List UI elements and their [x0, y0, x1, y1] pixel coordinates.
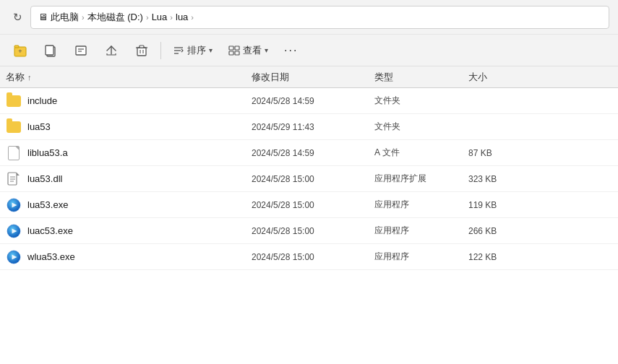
table-row[interactable]: luac53.exe 2024/5/28 15:00 应用程序 266 KB [0, 218, 618, 244]
rename-button[interactable] [66, 37, 95, 64]
file-size-cell: 87 KB [468, 148, 541, 158]
svg-rect-17 [229, 46, 233, 50]
svg-rect-20 [235, 51, 239, 55]
file-date-cell: 2024/5/28 15:00 [252, 226, 374, 236]
pc-icon: 🖥 [38, 12, 48, 22]
sort-label: 排序 [187, 44, 206, 57]
file-icon-wrapper [6, 223, 22, 239]
view-label: 查看 [243, 44, 262, 57]
refresh-icon[interactable]: ↻ [9, 9, 26, 26]
dll-icon [7, 172, 20, 186]
sort-arrow-icon: ↑ [27, 73, 32, 82]
title-bar: ↻ 🖥 此电脑 › 本地磁盘 (D:) › Lua › lua › [0, 0, 618, 35]
file-type-cell: 文件夹 [374, 95, 468, 107]
file-name-label: luac53.exe [27, 225, 73, 236]
toolbar: + [0, 35, 618, 66]
file-name-label: wlua53.exe [27, 251, 75, 262]
file-date-cell: 2024/5/28 15:00 [252, 200, 374, 210]
file-name-label: lua53 [27, 121, 51, 132]
svg-rect-19 [229, 51, 233, 55]
file-icon-wrapper [6, 119, 22, 135]
file-icon-wrapper [6, 93, 22, 109]
file-date-cell: 2024/5/28 15:00 [252, 252, 374, 262]
file-type-cell: 应用程序 [374, 199, 468, 211]
toolbar-separator-1 [160, 42, 161, 59]
column-name-header[interactable]: 名称 ↑ [6, 71, 252, 84]
view-chevron: ▾ [265, 46, 268, 54]
breadcrumb-lua2[interactable]: lua [176, 12, 188, 22]
file-name-cell: liblua53.a [6, 145, 252, 161]
table-row[interactable]: lua53 2024/5/29 11:43 文件夹 [0, 114, 618, 140]
column-date-label: 修改日期 [252, 72, 289, 82]
file-type-cell: 应用程序 [374, 251, 468, 263]
table-row[interactable]: include 2024/5/28 14:59 文件夹 [0, 88, 618, 114]
breadcrumb-lua-label: Lua [152, 12, 168, 22]
column-type-header[interactable]: 类型 [374, 71, 468, 84]
svg-rect-5 [76, 46, 86, 55]
file-name-cell: include [6, 93, 252, 109]
app-icon [7, 198, 21, 212]
file-icon [8, 146, 20, 160]
folder-icon [7, 95, 21, 107]
file-name-cell: wlua53.exe [6, 249, 252, 265]
svg-rect-18 [235, 46, 239, 50]
file-type-cell: 文件夹 [374, 121, 468, 133]
table-row[interactable]: wlua53.exe 2024/5/28 15:00 应用程序 122 KB [0, 244, 618, 270]
breadcrumb-localdisk[interactable]: 本地磁盘 (D:) [87, 11, 143, 24]
column-name-label: 名称 [6, 71, 25, 84]
sort-button[interactable]: 排序 ▾ [166, 37, 220, 64]
table-row[interactable]: lua53.dll 2024/5/28 15:00 应用程序扩展 323 KB [0, 166, 618, 192]
svg-rect-11 [140, 46, 144, 48]
breadcrumb-localdisk-label: 本地磁盘 (D:) [87, 11, 143, 24]
breadcrumb-pc-label: 此电脑 [51, 11, 79, 24]
view-button[interactable]: 查看 ▾ [221, 37, 275, 64]
file-name-cell: lua53.dll [6, 171, 252, 187]
svg-rect-9 [137, 48, 146, 56]
file-name-cell: luac53.exe [6, 223, 252, 239]
copy-button[interactable] [36, 37, 65, 64]
sort-chevron: ▾ [209, 46, 213, 54]
file-type-cell: 应用程序扩展 [374, 173, 468, 185]
file-size-cell: 119 KB [468, 200, 541, 210]
breadcrumb-pc[interactable]: 🖥 此电脑 [38, 11, 79, 24]
column-date-header[interactable]: 修改日期 [252, 71, 374, 84]
file-icon-wrapper [6, 197, 22, 213]
column-size-header[interactable]: 大小 [468, 71, 541, 84]
breadcrumb-lua2-label: lua [176, 12, 188, 22]
svg-text:+: + [18, 48, 22, 55]
file-date-cell: 2024/5/28 14:59 [252, 96, 374, 106]
file-date-cell: 2024/5/28 15:00 [252, 174, 374, 184]
breadcrumb-sep-3: › [170, 13, 173, 22]
more-button[interactable]: ··· [277, 37, 305, 64]
file-size-cell: 266 KB [468, 226, 541, 236]
breadcrumb-sep-1: › [82, 13, 85, 22]
svg-rect-4 [46, 46, 53, 55]
breadcrumb: 🖥 此电脑 › 本地磁盘 (D:) › Lua › lua › [30, 6, 609, 29]
file-size-cell: 122 KB [468, 252, 541, 262]
file-icon-wrapper [6, 145, 22, 161]
breadcrumb-sep-4: › [191, 13, 194, 22]
share-button[interactable] [97, 37, 126, 64]
table-row[interactable]: lua53.exe 2024/5/28 15:00 应用程序 119 KB [0, 192, 618, 218]
file-type-cell: A 文件 [374, 147, 468, 159]
file-name-cell: lua53 [6, 119, 252, 135]
column-type-label: 类型 [374, 72, 393, 82]
table-row[interactable]: liblua53.a 2024/5/28 14:59 A 文件 87 KB [0, 140, 618, 166]
file-name-label: include [27, 95, 57, 106]
file-type-cell: 应用程序 [374, 225, 468, 237]
more-dots: ··· [284, 44, 298, 57]
file-list: include 2024/5/28 14:59 文件夹 lua53 2024/5… [0, 88, 618, 364]
file-icon-wrapper [6, 249, 22, 265]
breadcrumb-lua[interactable]: Lua [152, 12, 168, 22]
app-icon [7, 224, 21, 238]
file-name-label: lua53.dll [27, 173, 62, 184]
new-folder-button[interactable]: + [6, 37, 35, 64]
file-icon-wrapper [6, 171, 22, 187]
file-name-label: liblua53.a [27, 147, 68, 158]
app-icon [7, 250, 21, 264]
delete-button[interactable] [127, 37, 156, 64]
file-date-cell: 2024/5/29 11:43 [252, 122, 374, 132]
file-date-cell: 2024/5/28 14:59 [252, 148, 374, 158]
file-name-cell: lua53.exe [6, 197, 252, 213]
file-name-label: lua53.exe [27, 199, 68, 210]
